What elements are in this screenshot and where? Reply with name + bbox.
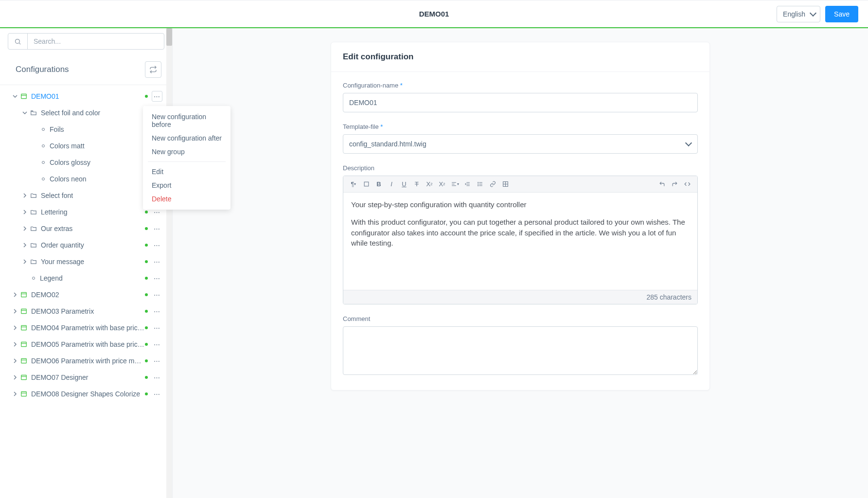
status-dot: [145, 293, 148, 296]
chevron-right-icon[interactable]: [21, 226, 28, 231]
tree-item-folder[interactable]: Lettering ⋯: [0, 204, 165, 220]
tree-item-leaf[interactable]: Colors neon: [0, 171, 165, 187]
status-dot: [145, 211, 148, 213]
more-button[interactable]: ⋯: [152, 91, 162, 102]
tree-item-config[interactable]: DEMO06 Parametrix wirth price matrix ⋯: [0, 353, 165, 369]
superscript-icon[interactable]: X2: [423, 178, 436, 190]
tree-item-folder[interactable]: Order quantity ⋯: [0, 237, 165, 253]
search-input[interactable]: [28, 37, 164, 45]
more-button[interactable]: ⋯: [152, 322, 162, 333]
tree-label: DEMO03 Parametrix: [31, 307, 145, 315]
folder-open-icon: [30, 109, 37, 116]
tree-label: Lettering: [41, 208, 145, 216]
sidebar: Configurations DEMO01 ⋯: [0, 28, 173, 498]
fullscreen-icon[interactable]: [360, 178, 372, 190]
table-icon[interactable]: [499, 178, 512, 190]
ctx-new-group[interactable]: New group: [143, 145, 230, 159]
more-button[interactable]: ⋯: [152, 223, 162, 234]
language-select[interactable]: English: [777, 6, 820, 22]
chevron-right-icon[interactable]: [12, 391, 18, 396]
comment-textarea[interactable]: [343, 326, 698, 375]
more-button[interactable]: ⋯: [152, 306, 162, 317]
config-name-input[interactable]: [343, 93, 698, 112]
bullet-icon: [32, 277, 35, 280]
status-dot: [145, 359, 148, 362]
context-menu: New configuration before New configurati…: [143, 106, 230, 210]
tree-label: DEMO01: [31, 92, 145, 100]
link-icon[interactable]: [486, 178, 499, 190]
status-dot: [145, 95, 148, 98]
italic-icon[interactable]: I: [385, 178, 398, 190]
divider: [148, 161, 226, 162]
paragraph-icon[interactable]: ¶▾: [347, 178, 360, 190]
tree-item-config[interactable]: DEMO03 Parametrix ⋯: [0, 303, 165, 320]
chevron-right-icon[interactable]: [12, 325, 18, 330]
sync-button[interactable]: [145, 61, 161, 78]
strike-icon[interactable]: T: [410, 178, 423, 190]
bold-icon[interactable]: B: [372, 178, 385, 190]
tree-label: DEMO05 Parametrix with base price and a: [31, 340, 145, 348]
template-select[interactable]: config_standard.html.twig: [343, 134, 698, 154]
more-button[interactable]: ⋯: [152, 356, 162, 366]
subscript-icon[interactable]: X2: [436, 178, 448, 190]
chevron-right-icon[interactable]: [12, 375, 18, 380]
scrollbar-track[interactable]: [166, 28, 172, 498]
ctx-new-after[interactable]: New configuration after: [143, 131, 230, 145]
more-button[interactable]: ⋯: [152, 240, 162, 250]
tree-item-config[interactable]: DEMO04 Parametrix with base price and a …: [0, 320, 165, 336]
ctx-export[interactable]: Export: [143, 178, 230, 192]
tree-item-folder[interactable]: Your message ⋯: [0, 253, 165, 270]
more-button[interactable]: ⋯: [152, 256, 162, 267]
svg-point-30: [478, 185, 478, 186]
tree-item-demo01[interactable]: DEMO01 ⋯: [0, 88, 165, 105]
edit-card: Edit configuration Configuration-name * …: [331, 42, 710, 391]
underline-icon[interactable]: U: [398, 178, 410, 190]
chevron-down-icon[interactable]: [12, 94, 18, 99]
status-dot: [145, 343, 148, 346]
chevron-right-icon[interactable]: [21, 210, 28, 214]
code-icon[interactable]: [681, 178, 693, 190]
list-icon[interactable]: [474, 178, 486, 190]
scrollbar-thumb[interactable]: [166, 28, 172, 46]
card-title: Edit configuration: [343, 52, 698, 62]
tree-item-folder[interactable]: Select foil and color: [0, 105, 165, 121]
status-dot: [145, 260, 148, 263]
chevron-right-icon[interactable]: [21, 243, 28, 248]
chevron-right-icon[interactable]: [21, 259, 28, 264]
ctx-edit[interactable]: Edit: [143, 165, 230, 178]
editor-content[interactable]: Your step-by-step configuration with qua…: [343, 193, 697, 290]
tree-item-leaf[interactable]: Colors glossy: [0, 154, 165, 171]
chevron-right-icon[interactable]: [12, 309, 18, 314]
tree-item-config[interactable]: DEMO02 ⋯: [0, 286, 165, 303]
chevron-right-icon[interactable]: [21, 193, 28, 198]
tree-item-leaf[interactable]: Legend ⋯: [0, 270, 165, 286]
tree-item-folder[interactable]: Our extras ⋯: [0, 220, 165, 237]
search-icon: [8, 34, 28, 49]
chevron-down-icon[interactable]: [21, 110, 28, 115]
more-button[interactable]: ⋯: [152, 339, 162, 350]
undo-icon[interactable]: [655, 178, 668, 190]
tree-item-config[interactable]: DEMO05 Parametrix with base price and a …: [0, 336, 165, 353]
redo-icon[interactable]: [668, 178, 681, 190]
config-icon: [20, 341, 27, 348]
chevron-right-icon[interactable]: [12, 358, 18, 363]
chevron-right-icon[interactable]: [12, 342, 18, 347]
align-icon[interactable]: ▾: [448, 178, 461, 190]
tree-item-folder[interactable]: Select font ⋯: [0, 187, 165, 204]
ctx-delete[interactable]: Delete: [143, 192, 230, 206]
tree-item-config[interactable]: DEMO08 Designer Shapes Colorize ⋯: [0, 386, 165, 402]
svg-point-29: [478, 184, 478, 184]
more-button[interactable]: ⋯: [152, 372, 162, 383]
more-button[interactable]: ⋯: [152, 273, 162, 284]
tree-item-leaf[interactable]: Foils: [0, 121, 165, 138]
ctx-new-before[interactable]: New configuration before: [143, 110, 230, 131]
more-button[interactable]: ⋯: [152, 389, 162, 399]
chevron-right-icon[interactable]: [12, 292, 18, 297]
save-button[interactable]: Save: [825, 6, 858, 22]
bullet-icon: [42, 161, 45, 164]
tree-item-config[interactable]: DEMO07 Designer ⋯: [0, 369, 165, 386]
more-button[interactable]: ⋯: [152, 289, 162, 300]
indent-icon[interactable]: [461, 178, 474, 190]
svg-rect-8: [21, 325, 27, 330]
tree-item-leaf[interactable]: Colors matt: [0, 138, 165, 154]
